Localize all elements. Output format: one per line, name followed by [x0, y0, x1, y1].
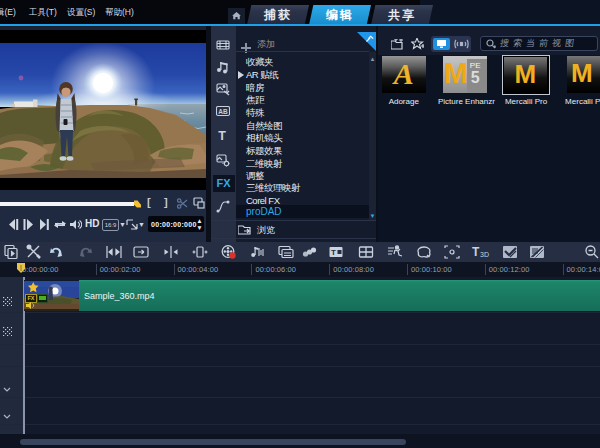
- svg-text:AB: AB: [218, 108, 228, 115]
- svg-text:T: T: [472, 245, 480, 259]
- svg-text:T: T: [218, 129, 226, 142]
- svg-text:3D: 3D: [480, 251, 489, 258]
- svg-text:T: T: [331, 248, 336, 257]
